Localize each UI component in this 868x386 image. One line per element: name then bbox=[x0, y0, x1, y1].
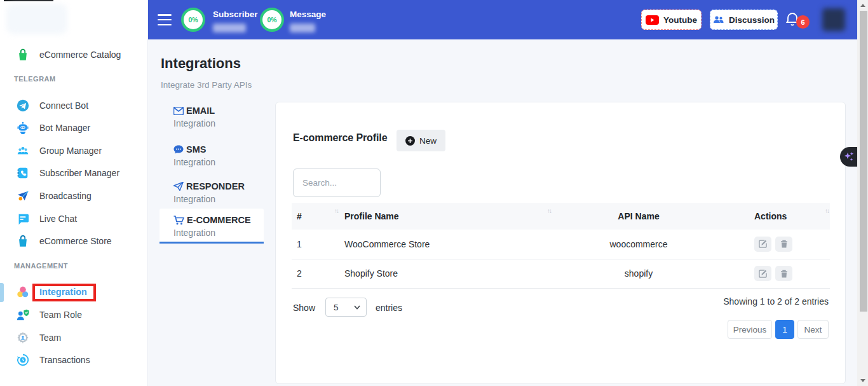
tab-sublabel: Integration bbox=[173, 157, 215, 167]
sidebar-item-team[interactable]: Team bbox=[0, 326, 148, 349]
entries-label: entries bbox=[376, 303, 402, 313]
tab-email-integration[interactable]: EMAIL Integration bbox=[173, 106, 215, 128]
robot-icon bbox=[16, 121, 30, 135]
tab-label: RESPONDER bbox=[186, 181, 245, 191]
table-row: 1 WooCommerce Store woocommerce bbox=[292, 230, 830, 259]
pagination: Previous 1 Next bbox=[728, 320, 829, 339]
menu-toggle-icon[interactable] bbox=[158, 14, 172, 25]
tab-ecommerce-integration[interactable]: E-COMMERCE Integration bbox=[159, 209, 264, 244]
ai-assistant-button[interactable] bbox=[840, 147, 857, 167]
page-size-value: 5 bbox=[334, 303, 339, 312]
sidebar-item-live-chat[interactable]: Live Chat bbox=[0, 207, 148, 230]
page-subtitle: Integrate 3rd Party APIs bbox=[161, 80, 252, 90]
tab-sublabel: Integration bbox=[173, 194, 245, 204]
sidebar-item-label: Bot Manager bbox=[39, 123, 90, 133]
email-icon bbox=[173, 107, 184, 115]
sparkles-icon bbox=[843, 151, 855, 163]
subscriber-progress-ring: 0% bbox=[181, 8, 205, 32]
tab-label: SMS bbox=[186, 144, 206, 155]
sidebar-item-ecommerce-store[interactable]: eCommerce Store bbox=[0, 230, 148, 252]
tab-responder-integration[interactable]: RESPONDER Integration bbox=[173, 181, 245, 204]
active-indicator bbox=[0, 283, 4, 302]
scrollbar[interactable] bbox=[857, 0, 868, 386]
message-percent: 0% bbox=[267, 16, 276, 24]
pagination-next-button[interactable]: Next bbox=[797, 320, 829, 339]
row-num: 1 bbox=[292, 230, 339, 259]
column-header-actions[interactable]: Actions↑↓ bbox=[725, 203, 830, 230]
discussion-people-icon bbox=[713, 15, 724, 24]
sidebar-item-label: eCommerce Catalog bbox=[39, 50, 121, 60]
discussion-button[interactable]: Discussion bbox=[710, 10, 778, 30]
row-profile-name: Shopify Store bbox=[339, 259, 552, 288]
profiles-table: #↑↓ Profile Name↑↓ API Name Actions↑↓ 1 … bbox=[292, 203, 830, 289]
sidebar-item-label: Team Role bbox=[39, 310, 82, 320]
sms-icon bbox=[173, 145, 184, 154]
sidebar-item-label: eCommerce Store bbox=[39, 236, 112, 246]
pagination-previous-button[interactable]: Previous bbox=[728, 320, 772, 339]
sidebar-item-integration[interactable]: Integration bbox=[0, 281, 148, 304]
pagination-page-1-button[interactable]: 1 bbox=[775, 320, 794, 339]
sidebar-item-label: Connect Bot bbox=[39, 100, 88, 111]
message-progress-ring: 0% bbox=[260, 8, 284, 32]
youtube-button[interactable]: Youtube bbox=[641, 10, 702, 30]
search-input[interactable] bbox=[293, 169, 381, 197]
responder-icon bbox=[173, 182, 184, 191]
topbar: 0% Subscriber 0% Message Youtube Discuss… bbox=[148, 0, 857, 39]
table-row: 2 Shopify Store shopify bbox=[292, 259, 830, 288]
sidebar-item-label: Team bbox=[39, 333, 61, 343]
sidebar-item-transactions[interactable]: Transactions bbox=[0, 348, 148, 371]
sidebar-item-label: Integration bbox=[32, 284, 96, 301]
ecommerce-profile-panel: E-commerce Profile New #↑↓ Profile Name↑… bbox=[275, 102, 846, 384]
subscriber-stat-value-redacted bbox=[213, 24, 246, 32]
bag-blue-icon bbox=[16, 234, 30, 248]
panel-title: E-commerce Profile bbox=[293, 132, 387, 144]
chat-icon bbox=[16, 212, 30, 226]
avatar[interactable] bbox=[822, 8, 845, 31]
row-num: 2 bbox=[292, 259, 339, 288]
edit-button[interactable] bbox=[754, 237, 771, 252]
cart-icon bbox=[173, 216, 184, 225]
sidebar-item-bot-manager[interactable]: Bot Manager bbox=[0, 116, 148, 139]
notification-count-badge[interactable]: 6 bbox=[796, 15, 810, 29]
scroll-down-arrow[interactable] bbox=[860, 379, 865, 382]
row-api-name: woocommerce bbox=[552, 230, 725, 259]
column-header-api-name[interactable]: API Name bbox=[552, 203, 725, 230]
tab-sublabel: Integration bbox=[173, 228, 264, 238]
sidebar-item-label: Subscriber Manager bbox=[39, 168, 119, 178]
sidebar-item-label: Transactions bbox=[39, 355, 90, 365]
delete-button[interactable] bbox=[775, 266, 792, 281]
tab-label: E-COMMERCE bbox=[187, 215, 251, 225]
sort-icon: ↑↓ bbox=[547, 207, 551, 214]
page-title: Integrations bbox=[161, 55, 241, 72]
transactions-icon bbox=[16, 353, 30, 367]
edit-button[interactable] bbox=[754, 266, 771, 281]
sidebar-item-team-role[interactable]: Team Role bbox=[0, 303, 148, 326]
column-header-num[interactable]: #↑↓ bbox=[292, 203, 339, 230]
sidebar-item-connect-bot[interactable]: Connect Bot bbox=[0, 94, 148, 117]
message-stat-label: Message bbox=[290, 10, 326, 19]
main-content: Integrations Integrate 3rd Party APIs EM… bbox=[148, 39, 857, 386]
showing-entries-text: Showing 1 to 2 of 2 entries bbox=[723, 296, 829, 307]
sidebar-item-subscriber-manager[interactable]: Subscriber Manager bbox=[0, 162, 148, 184]
new-button[interactable]: New bbox=[397, 130, 445, 151]
sidebar-item-group-manager[interactable]: Group Manager bbox=[0, 139, 148, 162]
bag-green-icon bbox=[16, 48, 30, 62]
new-button-label: New bbox=[419, 136, 437, 146]
sidebar-section-management: MANAGEMENT bbox=[14, 262, 68, 270]
show-label: Show bbox=[293, 303, 315, 313]
delete-button[interactable] bbox=[775, 237, 792, 252]
tab-label: EMAIL bbox=[186, 106, 215, 116]
sidebar-item-broadcasting[interactable]: Broadcasting bbox=[0, 184, 148, 207]
plus-circle-icon bbox=[405, 136, 415, 146]
scroll-up-arrow[interactable] bbox=[860, 4, 865, 7]
tab-sms-integration[interactable]: SMS Integration bbox=[173, 144, 215, 167]
sidebar-item-ecommerce-catalog[interactable]: eCommerce Catalog bbox=[0, 43, 148, 66]
contacts-icon bbox=[16, 166, 30, 180]
discussion-button-label: Discussion bbox=[729, 15, 775, 25]
scrollbar-thumb[interactable] bbox=[860, 11, 867, 312]
telegram-icon bbox=[16, 99, 30, 113]
group-icon bbox=[16, 144, 30, 158]
column-header-profile-name[interactable]: Profile Name↑↓ bbox=[339, 203, 552, 230]
youtube-icon bbox=[646, 15, 659, 25]
page-size-select[interactable]: 5 bbox=[325, 298, 367, 317]
